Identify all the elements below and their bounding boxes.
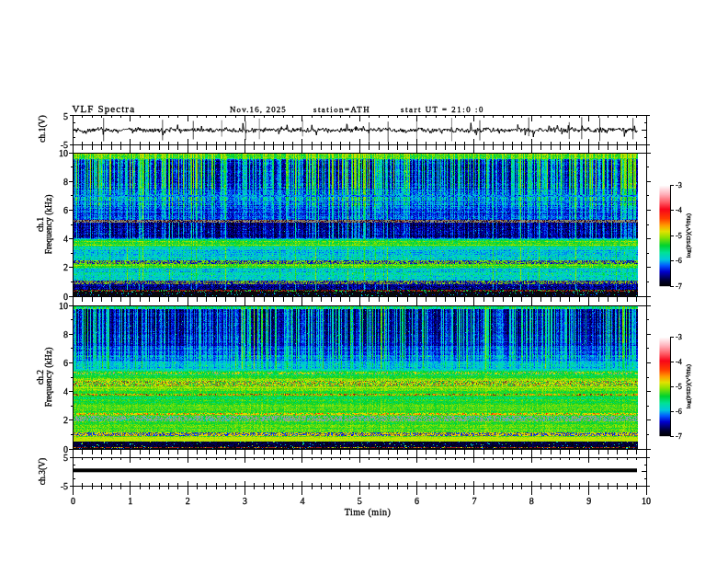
svg-text:10: 10	[642, 496, 651, 506]
svg-text:-5: -5	[676, 383, 682, 391]
svg-text:7: 7	[472, 496, 476, 506]
svg-text:-4: -4	[676, 358, 682, 366]
svg-text:-7: -7	[676, 282, 682, 291]
svg-text:4: 4	[300, 496, 304, 506]
svg-text:6: 6	[63, 205, 68, 215]
svg-text:8: 8	[63, 177, 68, 187]
svg-text:6: 6	[415, 496, 419, 506]
svg-text:4: 4	[63, 386, 68, 396]
svg-text:10: 10	[59, 301, 68, 311]
svg-text:Time (min): Time (min)	[345, 507, 391, 518]
svg-text:-7: -7	[676, 432, 682, 441]
svg-text:10: 10	[59, 148, 68, 158]
svg-text:log(PSD)(V²/Hz): log(PSD)(V²/Hz)	[685, 363, 692, 408]
svg-text:5: 5	[63, 453, 68, 463]
svg-text:-5: -5	[61, 481, 68, 491]
svg-text:-3: -3	[676, 333, 682, 341]
svg-text:9: 9	[586, 496, 591, 506]
svg-text:-6: -6	[676, 408, 682, 416]
svg-text:ch.1(V): ch.1(V)	[38, 115, 48, 142]
svg-text:-6: -6	[676, 257, 682, 265]
svg-text:0: 0	[63, 444, 68, 454]
svg-text:-3: -3	[676, 181, 682, 190]
svg-text:VLF Spectra: VLF Spectra	[73, 103, 136, 114]
svg-text:Nov.16, 2025: Nov.16, 2025	[230, 105, 287, 114]
svg-text:Frequency (kHz): Frequency (kHz)	[44, 348, 54, 408]
svg-text:station=ATH: station=ATH	[313, 105, 370, 114]
svg-text:log(PSD)(V²/Hz): log(PSD)(V²/Hz)	[685, 213, 692, 258]
svg-text:ch.3(V): ch.3(V)	[38, 458, 48, 485]
svg-text:6: 6	[63, 358, 68, 368]
svg-text:8: 8	[63, 329, 68, 339]
svg-text:-4: -4	[676, 206, 682, 214]
svg-text:8: 8	[529, 496, 534, 506]
svg-text:5: 5	[63, 111, 68, 121]
svg-text:4: 4	[63, 234, 68, 244]
svg-text:Frequency (kHz): Frequency (kHz)	[44, 195, 54, 255]
svg-text:2: 2	[63, 415, 68, 425]
svg-text:ch.2: ch.2	[36, 370, 45, 385]
svg-text:-5: -5	[676, 232, 682, 240]
svg-text:2: 2	[63, 262, 68, 272]
svg-text:5: 5	[358, 496, 362, 506]
svg-text:start UT = 21:0 :0: start UT = 21:0 :0	[401, 105, 484, 114]
svg-text:0: 0	[71, 496, 75, 506]
svg-text:3: 3	[243, 496, 247, 506]
svg-text:ch.1: ch.1	[36, 217, 45, 232]
svg-text:2: 2	[186, 496, 190, 506]
svg-text:1: 1	[128, 496, 132, 506]
